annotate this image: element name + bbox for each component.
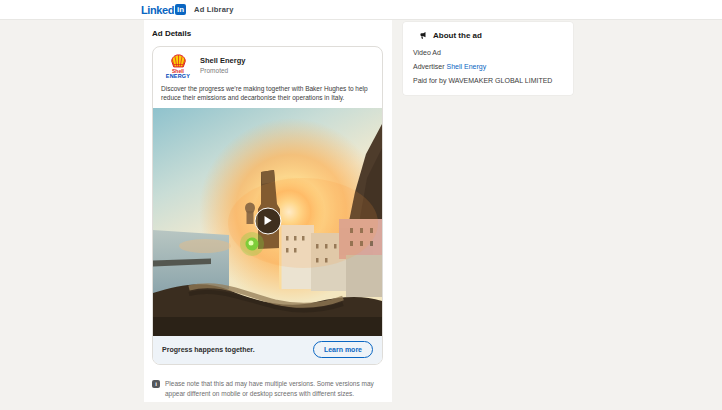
ad-card-footer: Progress happens together. Learn more: [153, 336, 382, 364]
megaphone-icon: [419, 31, 427, 40]
ad-body-text: Discover the progress we’re making toget…: [153, 84, 382, 108]
paid-for-value: WAVEMAKER GLOBAL LIMITED: [448, 77, 552, 84]
shell-pecten-icon: [171, 54, 186, 68]
ad-video-thumbnail[interactable]: [153, 108, 382, 336]
play-button[interactable]: [254, 207, 281, 234]
ad-details-panel: Ad Details Shell ENERGY: [144, 20, 392, 402]
top-nav: Linked in Ad Library: [0, 0, 722, 20]
ad-type-value: Video Ad: [413, 49, 441, 56]
app-title: Ad Library: [194, 5, 234, 14]
paid-for-row: Paid for by WAVEMAKER GLOBAL LIMITED: [413, 77, 563, 85]
advertiser-name[interactable]: Shell Energy: [200, 56, 245, 65]
linkedin-wordmark: Linked: [141, 4, 174, 16]
ad-headline: Progress happens together.: [162, 346, 255, 353]
page-title: Ad Details: [144, 20, 392, 38]
learn-more-button[interactable]: Learn more: [313, 341, 373, 358]
ad-card: Shell ENERGY Shell Energy Promoted Disco…: [152, 46, 383, 365]
about-title: About the ad: [433, 31, 482, 40]
ad-type-row: Video Ad: [413, 49, 563, 57]
advertiser-label: Advertiser: [413, 63, 445, 70]
disclaimer-text: Please note that this ad may have multip…: [165, 379, 386, 399]
about-rows: Video Ad Advertiser Shell Energy Paid fo…: [403, 40, 573, 85]
linkedin-in-badge: in: [175, 4, 186, 15]
play-icon: [264, 216, 273, 226]
about-the-ad-card: About the ad Video Ad Advertiser Shell E…: [403, 22, 573, 95]
shell-energy-logo: Shell ENERGY: [161, 54, 195, 80]
paid-for-label: Paid for by: [413, 77, 446, 84]
ad-card-header: Shell ENERGY Shell Energy Promoted: [153, 47, 382, 82]
shell-logo-energy-text: ENERGY: [166, 74, 190, 80]
about-header: About the ad: [403, 22, 573, 40]
linkedin-logo[interactable]: Linked in: [141, 4, 186, 16]
advertiser-link[interactable]: Shell Energy: [446, 63, 486, 70]
info-icon: i: [152, 380, 160, 388]
advertiser-row: Advertiser Shell Energy: [413, 63, 563, 71]
advertiser-meta: Shell Energy Promoted: [200, 54, 245, 80]
versions-disclaimer: i Please note that this ad may have mult…: [152, 379, 386, 399]
promoted-label: Promoted: [200, 67, 245, 74]
